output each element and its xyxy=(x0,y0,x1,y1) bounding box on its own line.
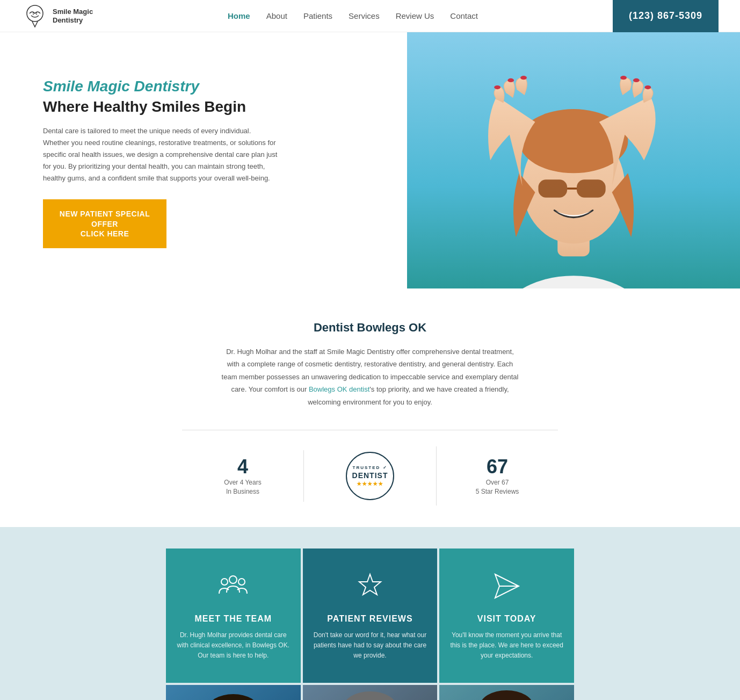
hero-image xyxy=(407,32,740,288)
logo-text: Smile Magic Dentistry xyxy=(53,8,93,24)
svg-point-12 xyxy=(644,85,651,89)
feature-visit[interactable]: VISIT TODAY You'll know the moment you a… xyxy=(439,549,574,683)
hero-description: Dental care is tailored to meet the uniq… xyxy=(43,125,279,184)
nav-patients[interactable]: Patients xyxy=(303,11,332,20)
svg-marker-18 xyxy=(359,574,381,595)
stat-reviews: 67 Over 675 Star Reviews xyxy=(437,450,558,502)
logo[interactable]: Smile Magic Dentistry xyxy=(21,3,93,30)
service-cosmetic[interactable]: COSMETIC DENTISTRY xyxy=(166,685,301,701)
about-title: Dentist Bowlegs OK xyxy=(11,321,729,335)
people-icon xyxy=(217,570,249,605)
hygiene-overlay xyxy=(439,685,574,701)
features-grid: MEET THE TEAM Dr. Hugh Molhar provides d… xyxy=(166,549,574,683)
hero-content: Smile Magic Dentistry Where Healthy Smil… xyxy=(0,32,407,288)
service-checkup[interactable]: DENTAL CHECKUP xyxy=(303,685,438,701)
feature-reviews-desc: Don't take our word for it, hear what ou… xyxy=(314,630,427,661)
services-grid: COSMETIC DENTISTRY xyxy=(166,685,574,701)
nav-contact[interactable]: Contact xyxy=(450,11,478,20)
nav-about[interactable]: About xyxy=(266,11,287,20)
hero-title-teal: Smile Magic Dentistry xyxy=(43,78,380,95)
stat-reviews-number: 67 xyxy=(447,456,547,478)
phone-button[interactable]: (123) 867-5309 xyxy=(613,0,719,32)
stat-reviews-label: Over 675 Star Reviews xyxy=(447,478,547,496)
site-header: Smile Magic Dentistry Home About Patient… xyxy=(0,0,740,32)
stats-row: 4 Over 4 YearsIn Business TRUSTED ✓ DENT… xyxy=(182,430,558,506)
hero-illustration xyxy=(407,32,740,288)
trusted-dentist-badge: TRUSTED ✓ DENTIST ★★★★★ xyxy=(346,452,394,500)
bowlegs-link[interactable]: Bowlegs OK dentist xyxy=(309,385,369,393)
cta-button[interactable]: NEW PATIENT SPECIAL OFFERCLICK HERE xyxy=(43,199,166,248)
stat-badge: TRUSTED ✓ DENTIST ★★★★★ xyxy=(304,446,437,506)
nav-review[interactable]: Review Us xyxy=(396,11,434,20)
cosmetic-overlay xyxy=(166,685,301,701)
feature-meet-team-desc: Dr. Hugh Molhar provides dental care wit… xyxy=(177,630,290,661)
svg-rect-6 xyxy=(538,179,567,197)
svg-point-10 xyxy=(507,78,514,82)
hero-title-black: Where Healthy Smiles Begin xyxy=(43,98,380,116)
stat-years: 4 Over 4 YearsIn Business xyxy=(182,450,304,502)
logo-icon xyxy=(21,3,48,30)
star-icon xyxy=(354,570,386,605)
stat-years-number: 4 xyxy=(193,456,293,478)
about-description: Dr. Hugh Molhar and the staff at Smile M… xyxy=(220,345,520,408)
hero-section: Smile Magic Dentistry Where Healthy Smil… xyxy=(0,32,740,288)
svg-point-16 xyxy=(221,579,228,585)
nav-home[interactable]: Home xyxy=(228,11,250,20)
feature-visit-title: VISIT TODAY xyxy=(477,614,536,624)
feature-reviews-title: PATIENT REVIEWS xyxy=(327,614,412,624)
features-section: MEET THE TEAM Dr. Hugh Molhar provides d… xyxy=(0,527,740,700)
svg-rect-7 xyxy=(577,179,606,197)
feature-meet-team[interactable]: MEET THE TEAM Dr. Hugh Molhar provides d… xyxy=(166,549,301,683)
feature-visit-desc: You'll know the moment you arrive that t… xyxy=(450,630,563,661)
svg-point-17 xyxy=(238,579,245,585)
svg-point-14 xyxy=(620,76,627,80)
svg-point-13 xyxy=(633,78,640,82)
svg-point-11 xyxy=(520,76,527,80)
feature-reviews[interactable]: PATIENT REVIEWS Don't take our word for … xyxy=(303,549,438,683)
checkup-overlay xyxy=(303,685,438,701)
nav-services[interactable]: Services xyxy=(349,11,380,20)
send-icon xyxy=(491,570,523,605)
about-section: Dentist Bowlegs OK Dr. Hugh Molhar and t… xyxy=(0,288,740,527)
feature-meet-team-title: MEET THE TEAM xyxy=(194,614,272,624)
svg-point-15 xyxy=(229,576,237,583)
service-hygiene[interactable]: DENTAL HYGIENE xyxy=(439,685,574,701)
svg-point-9 xyxy=(494,85,500,89)
main-nav: Home About Patients Services Review Us C… xyxy=(228,11,478,20)
stat-years-label: Over 4 YearsIn Business xyxy=(193,478,293,496)
